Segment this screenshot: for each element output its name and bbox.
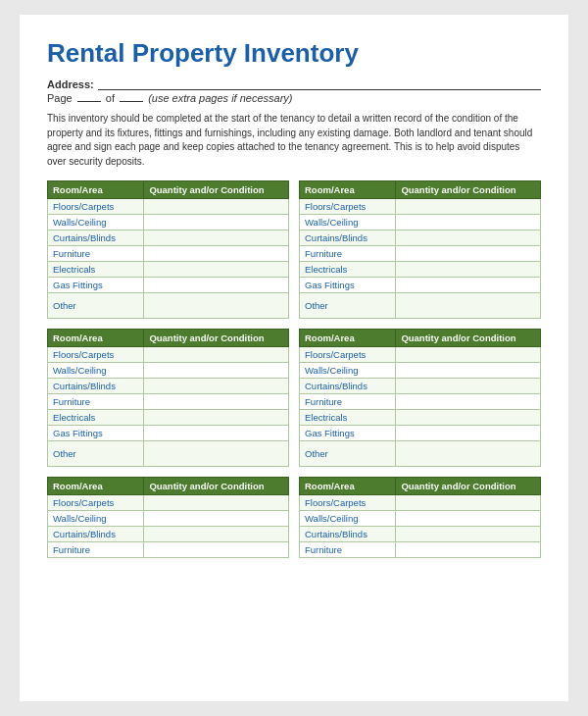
table-row: Floors/Carpets bbox=[48, 199, 289, 215]
page-note: (use extra pages if necessary) bbox=[148, 92, 292, 104]
inventory-table-5: Room/Area Quantity and/or Condition Floo… bbox=[47, 477, 289, 558]
room-item: Walls/Ceiling bbox=[300, 363, 396, 379]
table-row: Electricals bbox=[300, 410, 541, 426]
room-item: Curtains/Blinds bbox=[300, 230, 396, 246]
inventory-table-1: Room/Area Quantity and/or Condition Floo… bbox=[47, 180, 289, 319]
room-item: Curtains/Blinds bbox=[48, 230, 144, 246]
condition-item bbox=[396, 215, 541, 230]
table-row: Walls/Ceiling bbox=[300, 215, 541, 230]
page-number-blank bbox=[77, 101, 101, 102]
room-item: Floors/Carpets bbox=[48, 347, 144, 363]
condition-item bbox=[144, 495, 289, 511]
condition-item bbox=[144, 542, 289, 558]
room-item: Electricals bbox=[48, 410, 144, 426]
room-item: Floors/Carpets bbox=[300, 199, 396, 215]
table-row: Gas Fittings bbox=[300, 278, 541, 293]
room-item: Curtains/Blinds bbox=[48, 379, 144, 394]
table-row: Furniture bbox=[48, 394, 289, 410]
table-row: Other bbox=[48, 293, 289, 319]
table-row: Walls/Ceiling bbox=[48, 511, 289, 527]
address-label: Address: bbox=[47, 78, 94, 90]
col-condition-1: Quantity and/or Condition bbox=[144, 181, 289, 199]
col-room-5: Room/Area bbox=[48, 478, 144, 495]
col-condition-4: Quantity and/or Condition bbox=[396, 330, 541, 347]
condition-item bbox=[396, 363, 541, 379]
col-room-2: Room/Area bbox=[300, 181, 396, 199]
condition-item bbox=[396, 542, 541, 558]
table-row: Electricals bbox=[48, 262, 289, 278]
condition-item bbox=[144, 230, 289, 246]
condition-item bbox=[396, 495, 541, 511]
table-row: Walls/Ceiling bbox=[300, 363, 541, 379]
condition-item bbox=[144, 278, 289, 293]
condition-item bbox=[396, 426, 541, 441]
condition-item bbox=[396, 441, 541, 467]
condition-item bbox=[144, 426, 289, 441]
room-item: Floors/Carpets bbox=[300, 347, 396, 363]
condition-item bbox=[144, 347, 289, 363]
table-row: Furniture bbox=[300, 394, 541, 410]
room-item: Furniture bbox=[48, 542, 144, 558]
condition-item bbox=[396, 511, 541, 527]
room-item: Furniture bbox=[48, 246, 144, 262]
room-item: Walls/Ceiling bbox=[48, 363, 144, 379]
table-row: Curtains/Blinds bbox=[300, 379, 541, 394]
room-item: Gas Fittings bbox=[48, 278, 144, 293]
condition-item bbox=[144, 527, 289, 542]
table-row: Curtains/Blinds bbox=[48, 379, 289, 394]
condition-item bbox=[396, 278, 541, 293]
room-item: Furniture bbox=[300, 394, 396, 410]
page-title: Rental Property Inventory bbox=[47, 38, 541, 69]
room-item: Walls/Ceiling bbox=[48, 511, 144, 527]
condition-item bbox=[396, 527, 541, 542]
page-label: Page bbox=[47, 92, 73, 104]
col-room-3: Room/Area bbox=[48, 330, 144, 347]
room-item: Other bbox=[48, 293, 144, 319]
room-item: Furniture bbox=[48, 394, 144, 410]
condition-item bbox=[396, 347, 541, 363]
room-item: Gas Fittings bbox=[300, 426, 396, 441]
room-item: Floors/Carpets bbox=[48, 199, 144, 215]
table-row: Other bbox=[300, 293, 541, 319]
inventory-table-3: Room/Area Quantity and/or Condition Floo… bbox=[47, 329, 289, 467]
room-item: Gas Fittings bbox=[48, 426, 144, 441]
room-item: Electricals bbox=[300, 410, 396, 426]
table-row: Furniture bbox=[48, 246, 289, 262]
table-row: Curtains/Blinds bbox=[300, 230, 541, 246]
room-item: Electricals bbox=[48, 262, 144, 278]
condition-item bbox=[144, 379, 289, 394]
condition-item bbox=[144, 246, 289, 262]
table-row: Curtains/Blinds bbox=[300, 527, 541, 542]
col-room-6: Room/Area bbox=[300, 478, 396, 495]
room-item: Gas Fittings bbox=[300, 278, 396, 293]
tables-row-3: Room/Area Quantity and/or Condition Floo… bbox=[47, 477, 541, 558]
inventory-table-6: Room/Area Quantity and/or Condition Floo… bbox=[299, 477, 541, 558]
table-row: Walls/Ceiling bbox=[48, 363, 289, 379]
table-row: Electricals bbox=[300, 262, 541, 278]
total-pages-blank bbox=[120, 101, 143, 102]
room-item: Walls/Ceiling bbox=[300, 511, 396, 527]
inventory-table-4: Room/Area Quantity and/or Condition Floo… bbox=[299, 329, 541, 467]
tables-row-2: Room/Area Quantity and/or Condition Floo… bbox=[47, 329, 541, 467]
table-row: Floors/Carpets bbox=[48, 347, 289, 363]
of-label: of bbox=[106, 92, 115, 104]
description-text: This inventory should be completed at th… bbox=[47, 112, 541, 169]
tables-row-1: Room/Area Quantity and/or Condition Floo… bbox=[47, 180, 541, 319]
address-line: Address: bbox=[47, 78, 541, 90]
col-condition-6: Quantity and/or Condition bbox=[396, 478, 541, 495]
col-condition-2: Quantity and/or Condition bbox=[396, 181, 541, 199]
condition-item bbox=[144, 363, 289, 379]
condition-item bbox=[396, 199, 541, 215]
table-row: Curtains/Blinds bbox=[48, 230, 289, 246]
condition-item bbox=[396, 410, 541, 426]
condition-item bbox=[144, 215, 289, 230]
table-row: Other bbox=[300, 441, 541, 467]
table-row: Gas Fittings bbox=[48, 426, 289, 441]
col-room-4: Room/Area bbox=[300, 330, 396, 347]
table-row: Floors/Carpets bbox=[300, 347, 541, 363]
room-item: Walls/Ceiling bbox=[48, 215, 144, 230]
room-item: Furniture bbox=[300, 542, 396, 558]
table-row: Floors/Carpets bbox=[48, 495, 289, 511]
table-row: Furniture bbox=[300, 542, 541, 558]
table-row: Walls/Ceiling bbox=[48, 215, 289, 230]
